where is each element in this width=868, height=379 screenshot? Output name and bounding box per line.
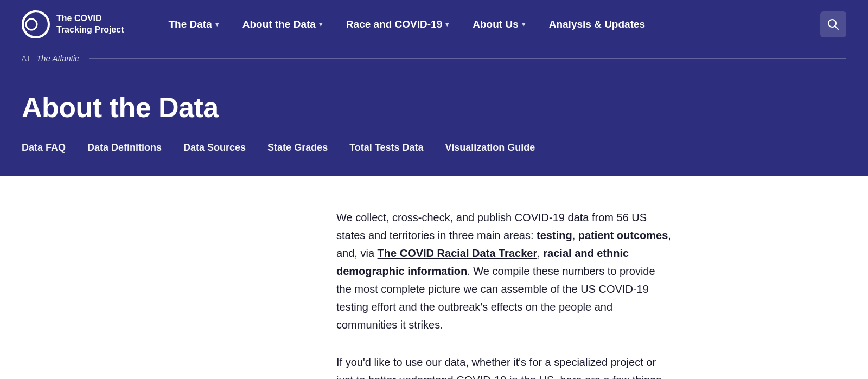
sub-nav-data-faq[interactable]: Data FAQ <box>22 139 66 157</box>
sub-nav-state-grades[interactable]: State Grades <box>267 139 328 157</box>
racial-data-tracker-link[interactable]: The COVID Racial Data Tracker <box>378 247 538 259</box>
atlantic-bar: AT The Atlantic <box>0 49 868 69</box>
nav-item-analysis[interactable]: Analysis & Updates <box>537 0 657 49</box>
chevron-down-icon: ▾ <box>522 21 525 28</box>
svg-point-1 <box>26 19 37 30</box>
sub-nav-data-sources[interactable]: Data Sources <box>183 139 246 157</box>
chevron-down-icon: ▾ <box>445 21 449 28</box>
content-inner: We collect, cross-check, and publish COV… <box>174 209 694 379</box>
sub-nav-total-tests-data[interactable]: Total Tests Data <box>349 139 423 157</box>
nav-bar: The COVID Tracking Project The Data ▾ Ab… <box>0 0 868 49</box>
nav-item-the-data[interactable]: The Data ▾ <box>157 0 231 49</box>
sub-nav-data-definitions[interactable]: Data Definitions <box>87 139 162 157</box>
atlantic-name: The Atlantic <box>36 54 79 63</box>
logo-icon <box>22 10 50 38</box>
content-section: We collect, cross-check, and publish COV… <box>0 176 868 379</box>
intro-paragraph-2: If you'd like to use our data, whether i… <box>336 354 673 379</box>
logo-text: The COVID Tracking Project <box>56 13 124 36</box>
logo[interactable]: The COVID Tracking Project <box>22 10 124 38</box>
nav-links: The Data ▾ About the Data ▾ Race and COV… <box>157 0 821 49</box>
at-label: AT <box>22 54 31 62</box>
atlantic-line-divider <box>89 58 846 59</box>
nav-item-about-us[interactable]: About Us ▾ <box>461 0 537 49</box>
svg-line-3 <box>835 27 839 30</box>
page-title: About the Data <box>22 91 846 124</box>
nav-item-race-covid[interactable]: Race and COVID-19 ▾ <box>334 0 461 49</box>
search-button[interactable] <box>820 11 846 37</box>
sub-nav-visualization-guide[interactable]: Visualization Guide <box>445 139 535 157</box>
nav-item-about-the-data[interactable]: About the Data ▾ <box>231 0 334 49</box>
chevron-down-icon: ▾ <box>215 21 219 28</box>
search-icon <box>827 18 839 30</box>
chevron-down-icon: ▾ <box>319 21 322 28</box>
hero-section: About the Data Data FAQ Data Definitions… <box>0 69 868 176</box>
sub-nav: Data FAQ Data Definitions Data Sources S… <box>22 139 846 157</box>
intro-paragraph-1: We collect, cross-check, and publish COV… <box>336 209 673 334</box>
